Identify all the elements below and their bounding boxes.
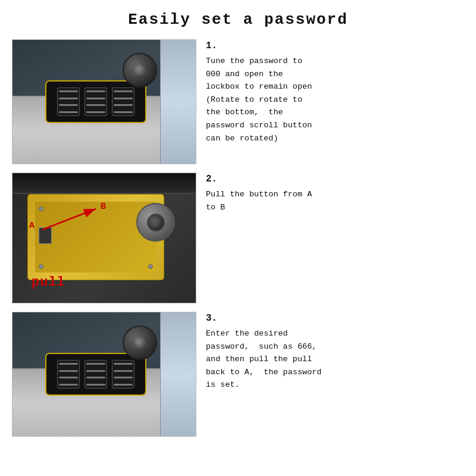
digit-4 bbox=[57, 360, 80, 389]
label-a: A bbox=[29, 221, 35, 231]
metal-strip bbox=[160, 40, 196, 164]
step-2-description: Pull the button from A to B bbox=[206, 188, 464, 214]
step-1-description: Tune the password to 000 and open the lo… bbox=[206, 55, 464, 145]
digit-6 bbox=[112, 360, 134, 389]
step-3-row: 3. Enter the desired password, such as 6… bbox=[12, 312, 464, 437]
svg-line-1 bbox=[42, 209, 96, 230]
combo-panel-1 bbox=[45, 80, 146, 123]
digit-3 bbox=[112, 87, 134, 116]
step-3-photo bbox=[12, 312, 196, 436]
digit-1 bbox=[57, 87, 80, 116]
step-2-photo: A B pull bbox=[12, 173, 196, 303]
step-1-row: 1. Tune the password to 000 and open the… bbox=[12, 39, 464, 164]
step-2-row: A B pull 2. Pull t bbox=[12, 173, 464, 303]
step-2-number: 2. bbox=[206, 174, 464, 184]
step-3-text: 3. Enter the desired password, such as 6… bbox=[206, 312, 464, 392]
digit-5 bbox=[84, 360, 107, 389]
step-3-number: 3. bbox=[206, 313, 464, 324]
knob-top-1 bbox=[123, 53, 157, 87]
step-1-photo bbox=[12, 40, 196, 164]
combo-panel-3 bbox=[45, 353, 146, 396]
page-container: Easily set a password bbox=[0, 0, 476, 476]
arrow-a-to-b bbox=[36, 203, 108, 239]
step-3-image bbox=[12, 312, 196, 437]
step-2-text: 2. Pull the button from A to B bbox=[206, 173, 464, 214]
step-1-number: 1. bbox=[206, 40, 464, 51]
step-2-image: A B pull bbox=[12, 173, 196, 303]
digit-2 bbox=[84, 87, 107, 116]
page-title: Easily set a password bbox=[12, 11, 464, 29]
step-3-description: Enter the desired password, such as 666,… bbox=[206, 327, 464, 392]
step-1-image bbox=[12, 39, 196, 164]
knob-top-3 bbox=[123, 325, 157, 360]
cylinder-lock bbox=[136, 203, 175, 242]
step-1-text: 1. Tune the password to 000 and open the… bbox=[206, 39, 464, 145]
pull-label: pull bbox=[32, 275, 65, 290]
